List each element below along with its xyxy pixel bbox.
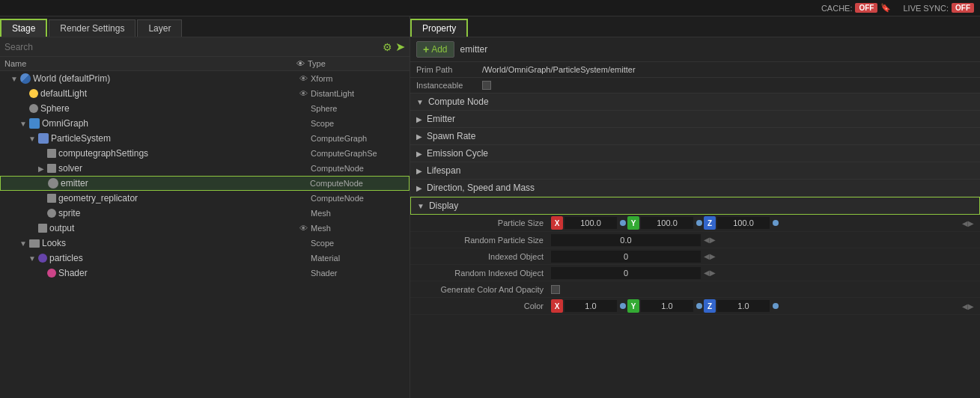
tree-row-emitter[interactable]: emitter ComputeNode — [0, 176, 410, 191]
tab-property[interactable]: Property — [410, 19, 468, 37]
random-particle-size-input[interactable] — [551, 234, 701, 246]
particle-size-x-input[interactable] — [564, 217, 617, 229]
compute-node-title: Compute Node — [428, 97, 489, 107]
particle-size-scroll[interactable]: ◀▶ — [962, 219, 974, 227]
tab-layer[interactable]: Layer — [137, 19, 182, 37]
color-x-label: X — [551, 299, 563, 313]
section-spawn-rate[interactable]: ▶ Spawn Rate — [410, 128, 980, 145]
tree-row-defaultlight[interactable]: defaultLight 👁 DistantLight — [0, 86, 410, 101]
cache-badge: CACHE: OFF 🔖 — [821, 3, 892, 13]
color-z-dot — [773, 303, 779, 309]
color-y-input[interactable] — [641, 300, 693, 312]
section-compute-node[interactable]: ▼ Compute Node — [410, 94, 980, 111]
particle-size-z-input[interactable] — [717, 217, 770, 229]
filter-icon[interactable]: ⚙ — [383, 41, 392, 53]
prim-path-value: /World/OmniGraph/ParticleSystem/emitter — [482, 65, 636, 74]
tree-row-looks[interactable]: Looks Scope — [0, 236, 410, 251]
omnigraph-name: OmniGraph — [42, 118, 88, 129]
expand-particlesystem[interactable] — [28, 135, 36, 143]
section-lifespan[interactable]: ▶ Lifespan — [410, 162, 980, 180]
tree-row-geometry-replicator[interactable]: geometry_replicator ComputeNode — [0, 191, 410, 206]
particle-size-label: Particle Size — [416, 218, 551, 227]
color-z-input[interactable] — [717, 300, 770, 312]
computegraphsettings-type: ComputeGraphSe — [311, 149, 408, 158]
emitter-arrow: ▶ — [416, 115, 422, 123]
particle-size-y-input[interactable] — [641, 217, 693, 229]
expand-looks[interactable] — [19, 239, 27, 248]
section-emission-cycle[interactable]: ▶ Emission Cycle — [410, 145, 980, 162]
add-button[interactable]: + Add — [416, 41, 454, 58]
expand-solver[interactable] — [37, 165, 45, 173]
color-y-label: Y — [627, 299, 639, 313]
tree-header-eye: 👁 — [293, 59, 308, 68]
tab-render-settings[interactable]: Render Settings — [49, 19, 136, 37]
arrow-icon[interactable]: ➤ — [395, 40, 405, 54]
tab-stage[interactable]: Stage — [0, 19, 47, 37]
random-indexed-object-scroll[interactable]: ◀▶ — [704, 269, 716, 277]
random-particle-size-value: ◀▶ — [551, 234, 974, 246]
emitter-icon — [48, 178, 58, 189]
expand-world[interactable] — [10, 75, 18, 83]
tree-row-shader[interactable]: Shader Shader — [0, 266, 410, 281]
solver-type: ComputeNode — [311, 164, 408, 173]
color-x-dot — [620, 303, 626, 309]
random-indexed-object-input[interactable] — [551, 267, 701, 279]
emitter-name: emitter — [61, 178, 88, 189]
tree-row-computegraphsettings[interactable]: computegraphSettings ComputeGraphSe — [0, 146, 410, 161]
generate-color-opacity-checkbox[interactable] — [551, 285, 560, 294]
sprite-type: Mesh — [311, 209, 408, 218]
tree-header-type: Type — [308, 59, 405, 68]
section-display[interactable]: ▼ Display — [410, 197, 980, 215]
color-z-label: Z — [704, 299, 716, 313]
search-input[interactable] — [4, 42, 380, 52]
emission-cycle-title: Emission Cycle — [427, 148, 488, 159]
tree-row-solver[interactable]: solver ComputeNode — [0, 161, 410, 176]
color-scroll[interactable]: ◀▶ — [962, 302, 974, 310]
top-bar-right: CACHE: OFF 🔖 LIVE SYNC: OFF — [821, 3, 974, 13]
tree-row-output[interactable]: output 👁 Mesh — [0, 221, 410, 236]
particle-icon — [38, 133, 49, 144]
section-emitter[interactable]: ▶ Emitter — [410, 111, 980, 128]
instanceable-checkbox[interactable] — [482, 81, 491, 90]
display-title: Display — [429, 200, 458, 211]
particlesystem-name: ParticleSystem — [51, 133, 111, 144]
indexed-object-input[interactable] — [551, 251, 701, 263]
output-icon — [38, 224, 47, 233]
indexed-object-label: Indexed Object — [416, 252, 551, 261]
add-plus-icon: + — [423, 43, 429, 55]
sprite-icon — [47, 209, 56, 218]
sphere-name: Sphere — [40, 103, 70, 114]
emission-cycle-arrow: ▶ — [416, 150, 422, 158]
property-tab-bar: Property — [410, 16, 980, 37]
color-label: Color — [416, 301, 551, 310]
lifespan-arrow: ▶ — [416, 167, 422, 175]
expand-particles[interactable] — [28, 254, 36, 263]
output-eye[interactable]: 👁 — [299, 224, 308, 233]
sphere-type: Sphere — [311, 104, 408, 113]
shader-type: Shader — [311, 269, 408, 278]
indexed-object-value: ◀▶ — [551, 251, 974, 263]
direction-speed-mass-arrow: ▶ — [416, 184, 422, 192]
random-particle-size-scroll[interactable]: ◀▶ — [704, 236, 716, 244]
color-x-input[interactable] — [564, 300, 617, 312]
tree-row-omnigraph[interactable]: OmniGraph Scope — [0, 116, 410, 131]
tree-row-sprite[interactable]: sprite Mesh — [0, 206, 410, 221]
tree-row-world[interactable]: World (defaultPrim) 👁 Xform — [0, 71, 410, 86]
add-row: + Add emitter — [410, 37, 980, 62]
color-vec: X Y Z — [551, 299, 959, 313]
particlesystem-type: ComputeGraph — [311, 134, 408, 143]
world-eye[interactable]: 👁 — [299, 74, 308, 83]
tree-row-particles[interactable]: particles Material — [0, 251, 410, 266]
particle-size-x-label: X — [551, 216, 563, 230]
defaultlight-name: defaultLight — [40, 88, 87, 99]
tree-row-sphere[interactable]: Sphere Sphere — [0, 101, 410, 116]
tree-row-particlesystem[interactable]: ParticleSystem ComputeGraph — [0, 131, 410, 146]
indexed-object-scroll[interactable]: ◀▶ — [704, 252, 716, 260]
defaultlight-eye[interactable]: 👁 — [299, 89, 308, 98]
random-indexed-object-row: Random Indexed Object ◀▶ — [410, 265, 980, 281]
cache-icon: 🔖 — [880, 3, 891, 13]
direction-speed-mass-title: Direction, Speed and Mass — [427, 183, 535, 193]
expand-omnigraph[interactable] — [19, 120, 27, 128]
section-direction-speed-mass[interactable]: ▶ Direction, Speed and Mass — [410, 180, 980, 197]
instanceable-label: Instanceable — [416, 81, 476, 90]
